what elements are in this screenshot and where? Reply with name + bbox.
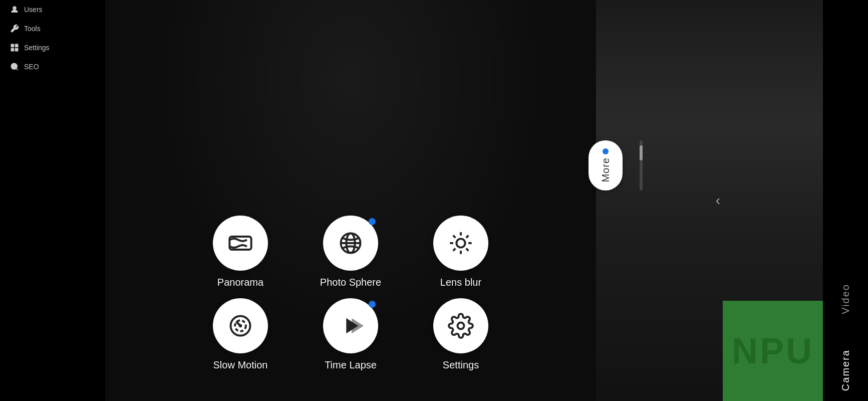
mode-slow-motion[interactable]: Slow Motion [213,298,268,371]
modes-grid: Panorama Photo Sphere [195,216,506,371]
camera-area: Panorama Photo Sphere [105,0,596,401]
photo-sphere-icon [338,230,364,256]
svg-rect-4 [11,49,14,51]
scroll-indicator[interactable] [640,140,643,190]
time-lapse-icon-wrapper [323,298,378,353]
settings-label: Settings [443,359,479,371]
sidebar-label-users: Users [24,6,43,14]
time-lapse-icon [338,313,364,339]
slow-motion-circle [213,298,268,353]
photo-sphere-dot [369,218,376,225]
settings-circle [433,298,488,353]
slow-motion-icon-wrapper [213,298,268,353]
scroll-thumb [640,145,643,160]
mode-settings[interactable]: Settings [433,298,488,371]
time-lapse-dot [369,301,376,308]
sidebar-label-tools: Tools [24,25,41,33]
svg-point-16 [458,323,464,329]
lens-blur-icon-wrapper [433,216,488,271]
scroll-track [640,140,643,190]
wrench-icon [10,24,19,33]
sidebar-label-seo: SEO [24,63,39,71]
mode-panorama[interactable]: Panorama [213,216,268,288]
svg-rect-2 [16,44,18,47]
svg-point-13 [239,324,242,328]
npu-badge: NPU [723,301,823,401]
svg-point-5 [11,63,17,69]
svg-point-0 [13,7,16,10]
lens-blur-circle [433,216,488,271]
right-labels-panel: Video Camera [823,0,868,401]
sidebar-item-users[interactable]: Users [0,0,105,19]
photo-sphere-label: Photo Sphere [320,277,381,288]
mode-photo-sphere[interactable]: Photo Sphere [320,216,381,288]
sidebar-item-seo[interactable]: SEO [0,57,105,76]
panorama-label: Panorama [217,277,263,288]
more-dot [603,148,609,154]
slow-motion-icon [227,313,253,339]
settings-icon-wrapper [433,298,488,353]
gear-icon [448,313,474,339]
camera-label[interactable]: Camera [835,334,856,401]
slow-motion-label: Slow Motion [213,359,268,371]
seo-icon [10,62,19,71]
settings-icon-sidebar [10,43,19,52]
panorama-icon [227,230,253,256]
lens-blur-icon [448,230,474,256]
person-icon [10,5,19,14]
mode-lens-blur[interactable]: Lens blur [433,216,488,288]
more-label: More [600,157,612,182]
sidebar-label-settings: Settings [24,44,50,52]
sidebar-item-settings[interactable]: Settings [0,38,105,57]
lens-blur-label: Lens blur [440,277,481,288]
mode-time-lapse[interactable]: Time Lapse [323,298,378,371]
photo-sphere-icon-wrapper [323,216,378,271]
svg-rect-1 [11,44,14,47]
time-lapse-label: Time Lapse [325,359,377,371]
npu-text: NPU [732,330,814,371]
sidebar: Users Tools Settings SEO [0,0,105,401]
svg-marker-15 [352,318,364,333]
video-label[interactable]: Video [835,274,856,324]
panorama-icon-wrapper [213,216,268,271]
panorama-circle [213,216,268,271]
more-pill-container: More [589,140,623,190]
svg-point-10 [456,239,465,247]
svg-rect-3 [16,49,18,51]
more-button[interactable]: More [589,140,623,190]
back-chevron-button[interactable]: ‹ [716,192,720,209]
sidebar-item-tools[interactable]: Tools [0,19,105,38]
